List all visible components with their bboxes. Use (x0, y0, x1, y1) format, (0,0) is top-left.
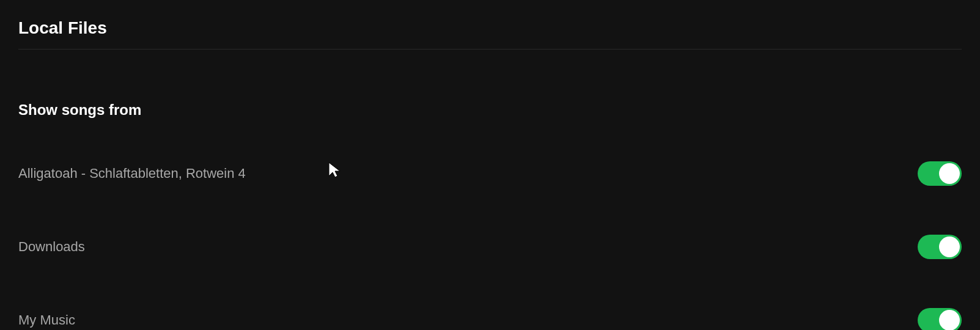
toggle-knob (939, 163, 960, 184)
section-title: Local Files (18, 18, 962, 38)
toggle-knob (939, 310, 960, 330)
source-row: Alligatoah - Schlaftabletten, Rotwein 4 (18, 161, 962, 186)
subsection-title: Show songs from (18, 101, 962, 119)
toggle-knob (939, 237, 960, 257)
source-toggle-0[interactable] (918, 161, 962, 186)
source-toggle-2[interactable] (918, 308, 962, 330)
section-divider (18, 49, 962, 50)
source-row: Downloads (18, 235, 962, 259)
source-label: Alligatoah - Schlaftabletten, Rotwein 4 (18, 166, 246, 182)
source-label: Downloads (18, 239, 85, 255)
source-toggle-1[interactable] (918, 235, 962, 259)
source-row: My Music (18, 308, 962, 330)
source-label: My Music (18, 312, 75, 328)
